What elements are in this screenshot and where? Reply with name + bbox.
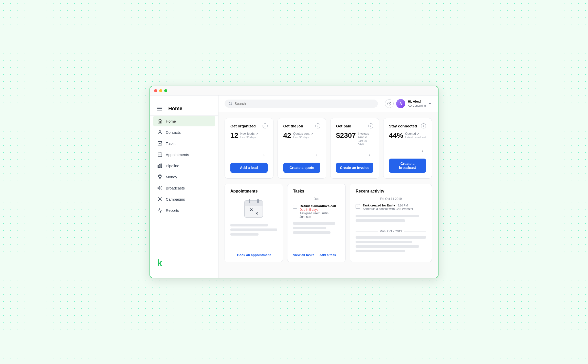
sidebar-item-contacts[interactable]: Contacts	[153, 127, 215, 138]
browser-maximize[interactable]	[164, 89, 167, 92]
svg-point-10	[159, 199, 161, 200]
svg-rect-6	[158, 165, 159, 167]
stat-label-connected: Opened ↗	[405, 132, 426, 136]
money-icon	[157, 174, 163, 180]
stat-title-organized: Get organized	[230, 124, 256, 128]
svg-marker-9	[158, 186, 160, 189]
calendar-illustration: ✕ ✕	[230, 197, 277, 220]
info-icon-job[interactable]: i	[315, 123, 320, 128]
sidebar-item-home[interactable]: Home	[153, 116, 215, 126]
hamburger-menu[interactable]	[157, 107, 162, 110]
search-input[interactable]	[234, 102, 374, 106]
svg-point-0	[159, 130, 161, 132]
sidebar-item-broadcasts[interactable]: Broadcasts	[153, 183, 215, 193]
browser-minimize[interactable]	[159, 89, 162, 92]
sidebar: Home Home Contacts	[150, 95, 218, 278]
user-name: Hi, Alex!	[408, 100, 426, 104]
top-header: A Hi, Alex! AQ Consulting	[218, 95, 438, 112]
stat-card-stay-connected: Stay connected i 44% Opened ↗ Latest	[383, 118, 432, 179]
book-appointment-link[interactable]: Book an appointment	[230, 253, 277, 257]
stat-sublabel-organized: Last 30 days	[240, 136, 258, 139]
search-icon	[229, 102, 232, 106]
appointments-icon	[157, 152, 163, 157]
header-user-area: A Hi, Alex! AQ Consulting	[385, 99, 432, 108]
tasks-due-label: Due	[314, 197, 319, 201]
activity-task-name: Task created for Emily	[363, 204, 395, 207]
activity-date-1: Fri, Oct 11 2019	[356, 197, 426, 201]
svg-rect-17	[245, 204, 263, 206]
add-lead-button[interactable]: Add a lead	[230, 163, 268, 173]
appointments-title: Appointments	[230, 189, 277, 194]
browser-close[interactable]	[154, 89, 157, 92]
stat-title-paid: Get paid	[336, 124, 351, 128]
activity-date-2: Mon, Oct 7 2019	[356, 229, 426, 233]
reports-icon	[157, 207, 163, 213]
sidebar-item-money[interactable]: Money	[153, 171, 215, 182]
create-broadcast-button[interactable]: Create a broadcast	[389, 159, 426, 173]
search-bar[interactable]	[225, 100, 378, 108]
sidebar-item-home-label: Home	[166, 119, 176, 123]
activity-title: Recent activity	[356, 189, 426, 194]
sidebar-item-tasks[interactable]: Tasks	[153, 138, 215, 149]
create-quote-button[interactable]: Create a quote	[283, 163, 321, 173]
create-invoice-button[interactable]: Create an invoice	[336, 163, 373, 173]
arrow-right-paid: →	[364, 150, 373, 160]
stat-title-job: Get the job	[283, 124, 303, 128]
stat-card-get-job: Get the job i 42 Quotes sent ↗ Last	[278, 118, 326, 179]
tasks-card: Tasks Due Return Samantha's call Due in …	[287, 184, 346, 262]
info-icon-organized[interactable]: i	[263, 123, 268, 128]
activity-check-icon: ✓	[356, 204, 360, 209]
pipeline-icon	[157, 163, 163, 168]
stat-number-job: 42	[283, 132, 291, 139]
stat-number-connected: 44%	[389, 132, 403, 139]
appointments-card: Appointments ✕	[225, 184, 283, 262]
home-icon	[157, 118, 163, 124]
arrow-right-organized: →	[259, 150, 268, 160]
sidebar-item-broadcasts-label: Broadcasts	[166, 186, 185, 190]
stat-label-job: Quotes sent ↗	[293, 132, 313, 136]
svg-rect-1	[158, 142, 162, 145]
broadcasts-icon	[157, 185, 163, 191]
task-name: Return Samantha's call	[300, 204, 340, 208]
task-checkbox[interactable]	[293, 205, 297, 209]
tasks-skeleton	[293, 222, 340, 234]
stat-card-get-paid: Get paid i $2307 Invoices sent ↗ Las	[330, 118, 379, 179]
stat-sublabel-job: Last 30 days	[293, 136, 313, 139]
info-icon-paid[interactable]: i	[368, 123, 373, 128]
stat-label-organized: New leads ↗	[240, 132, 258, 136]
logo-symbol: k	[157, 258, 162, 268]
svg-point-11	[229, 102, 232, 105]
chevron-down-icon[interactable]	[428, 102, 432, 105]
app-layout: Home Home Contacts	[150, 95, 438, 278]
main-content: Get organized i 12 New leads ↗ Last	[218, 112, 438, 278]
sidebar-item-appointments[interactable]: Appointments	[153, 149, 215, 160]
tasks-title: Tasks	[293, 189, 340, 194]
info-icon-connected[interactable]: i	[421, 123, 426, 128]
svg-text:✕: ✕	[255, 212, 258, 216]
sidebar-item-contacts-label: Contacts	[166, 130, 181, 135]
calendar-svg: ✕ ✕	[243, 197, 265, 220]
activity-skeleton-1	[356, 215, 426, 222]
stat-number-organized: 12	[230, 132, 238, 139]
sidebar-item-pipeline[interactable]: Pipeline	[153, 160, 215, 171]
task-item: Return Samantha's call Due in 5 days Ass…	[293, 204, 340, 219]
add-task-link[interactable]: Add a task	[320, 253, 336, 257]
svg-rect-18	[249, 199, 250, 203]
sidebar-item-pipeline-label: Pipeline	[166, 164, 179, 168]
browser-window: Home Home Contacts	[150, 86, 438, 278]
activity-desc: Schedule a consult with Carl Webster	[363, 207, 413, 211]
appointment-skeleton	[230, 224, 277, 236]
sidebar-item-reports[interactable]: Reports	[153, 205, 215, 216]
sidebar-item-campaigns[interactable]: Campaigns	[153, 194, 215, 204]
help-icon[interactable]	[385, 99, 394, 108]
stat-title-connected: Stay connected	[389, 124, 417, 128]
view-all-tasks-link[interactable]: View all tasks	[293, 253, 314, 257]
app-header: Home	[150, 102, 218, 116]
sidebar-item-money-label: Money	[166, 175, 177, 179]
task-assigned: Assigned user: Justin Johnson	[300, 212, 340, 219]
svg-line-12	[231, 104, 232, 105]
app-logo: k	[150, 255, 218, 272]
stat-sublabel-connected: Latest broadcast	[405, 136, 426, 139]
stats-row: Get organized i 12 New leads ↗ Last	[225, 118, 432, 179]
user-info: Hi, Alex! AQ Consulting	[408, 100, 426, 107]
